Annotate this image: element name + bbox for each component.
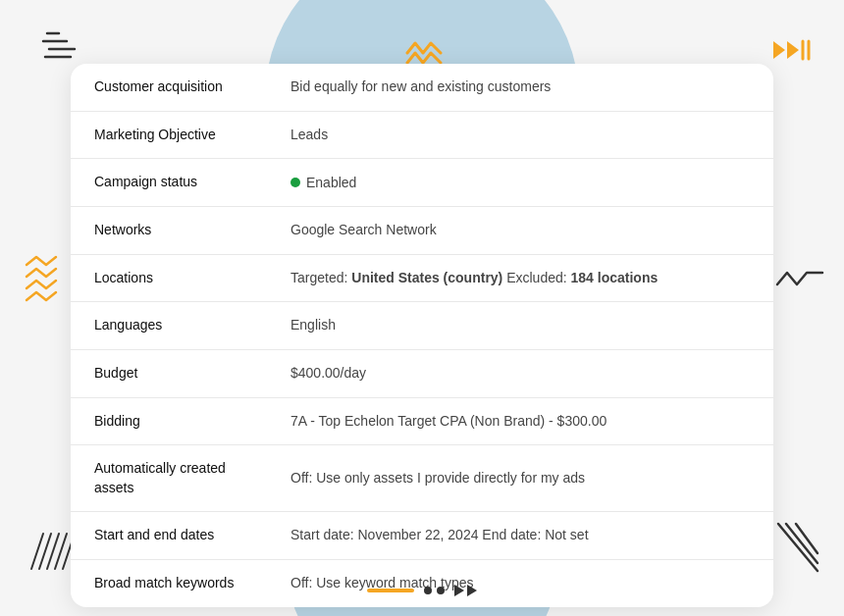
- play-icon-1: [454, 585, 464, 596]
- row-value: $400.00/day: [267, 350, 773, 398]
- dot-2: [437, 587, 445, 594]
- play-icon-2: [467, 585, 477, 596]
- row-label: Customer acquisition: [71, 64, 267, 111]
- row-label: Campaign status: [71, 159, 267, 207]
- location-targeted: Targeted: United States (country): [290, 270, 502, 285]
- deco-mid-left: [25, 255, 62, 306]
- row-label: Broad match keywords: [71, 560, 267, 607]
- campaign-details-card: Customer acquisitionBid equally for new …: [71, 64, 773, 607]
- table-row: Bidding7A - Top Echelon Target CPA (Non …: [71, 397, 773, 445]
- table-row: LanguagesEnglish: [71, 302, 773, 350]
- row-label: Bidding: [71, 397, 267, 445]
- row-value: Off: Use only assets I provide directly …: [267, 445, 773, 512]
- deco-top-right: [771, 39, 815, 65]
- row-label: Locations: [71, 254, 267, 302]
- indicator-dots: [424, 587, 445, 594]
- table-row: NetworksGoogle Search Network: [71, 207, 773, 255]
- table-row: Campaign statusEnabled: [71, 159, 773, 207]
- indicator-play: [454, 585, 477, 596]
- svg-line-13: [778, 524, 818, 571]
- table-row: Budget$400.00/day: [71, 350, 773, 398]
- status-text: Enabled: [306, 175, 356, 190]
- deco-mid-right: [775, 265, 824, 296]
- table-row: Customer acquisitionBid equally for new …: [71, 64, 773, 111]
- row-value: Google Search Network: [267, 207, 773, 255]
- deco-top-left: [39, 29, 80, 69]
- row-value: 7A - Top Echelon Target CPA (Non Brand) …: [267, 397, 773, 445]
- row-label: Networks: [71, 207, 267, 255]
- row-label: Automatically created assets: [71, 445, 267, 512]
- deco-bottom-right: [776, 522, 819, 577]
- row-value: Enabled: [267, 159, 773, 207]
- table-row: Automatically created assetsOff: Use onl…: [71, 445, 773, 512]
- table-row: Broad match keywordsOff: Use keyword mat…: [71, 560, 773, 607]
- table-row: Marketing ObjectiveLeads: [71, 111, 773, 159]
- indicator-bar: [367, 589, 414, 592]
- row-label: Budget: [71, 350, 267, 398]
- row-value: Leads: [267, 111, 773, 159]
- end-date: End date: Not set: [482, 527, 588, 542]
- dot-1: [424, 587, 432, 594]
- row-value: Off: Use keyword match types: [267, 560, 773, 607]
- row-value: Bid equally for new and existing custome…: [267, 64, 773, 111]
- status-dot: [290, 178, 300, 187]
- svg-marker-5: [787, 41, 799, 59]
- start-date: Start date: November 22, 2024: [290, 527, 478, 542]
- table-row: LocationsTargeted: United States (countr…: [71, 254, 773, 302]
- table-row: Start and end datesStart date: November …: [71, 512, 773, 560]
- row-value: Start date: November 22, 2024 End date: …: [267, 512, 773, 560]
- row-label: Start and end dates: [71, 512, 267, 560]
- svg-line-14: [786, 524, 818, 563]
- location-excluded: Excluded: 184 locations: [506, 270, 658, 285]
- row-label: Languages: [71, 302, 267, 350]
- bottom-indicator: [367, 585, 477, 596]
- svg-marker-4: [773, 41, 785, 59]
- details-table: Customer acquisitionBid equally for new …: [71, 64, 773, 607]
- row-label: Marketing Objective: [71, 111, 267, 159]
- row-value: Targeted: United States (country) Exclud…: [267, 254, 773, 302]
- row-value: English: [267, 302, 773, 350]
